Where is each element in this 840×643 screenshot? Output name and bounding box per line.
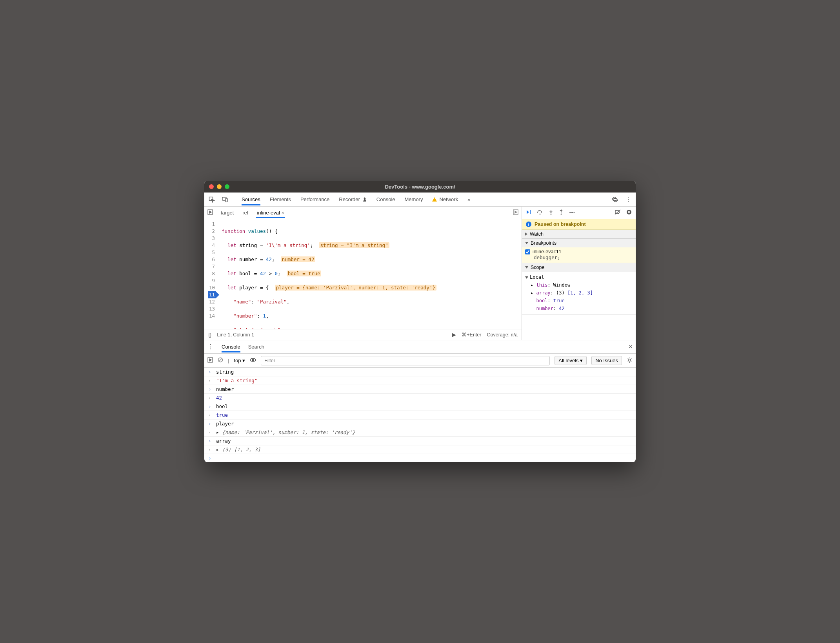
scope-var[interactable]: number: 42 xyxy=(531,305,633,312)
paused-banner: i Paused on breakpoint xyxy=(522,219,636,230)
step-out-icon[interactable] xyxy=(559,209,564,216)
svg-point-10 xyxy=(627,210,631,214)
tab-sources[interactable]: Sources xyxy=(242,193,260,205)
console-log[interactable]: ›string ‹"I'm a string" ›number ‹42 ›boo… xyxy=(204,368,636,462)
tab-recorder[interactable]: Recorder xyxy=(339,193,367,205)
context-selector[interactable]: top ▾ xyxy=(234,358,245,363)
svg-rect-11 xyxy=(628,211,629,213)
device-toggle-icon[interactable] xyxy=(222,196,229,203)
drawer-menu-icon[interactable]: ⋮ xyxy=(207,343,214,351)
pretty-print-icon[interactable]: {} xyxy=(208,332,211,338)
close-tab-icon[interactable]: × xyxy=(282,210,285,216)
tab-performance[interactable]: Performance xyxy=(300,193,329,205)
breakpoint-location[interactable]: inline-eval:11 xyxy=(533,249,562,254)
output-chevron-icon: ‹ xyxy=(208,378,213,383)
run-hint: ⌘+Enter xyxy=(462,332,481,338)
coverage-indicator[interactable]: Coverage: n/a xyxy=(487,332,518,338)
source-file-tabs: target ref inline-eval × xyxy=(204,207,522,219)
svg-point-9 xyxy=(574,212,575,213)
prompt-chevron-icon: › xyxy=(208,455,213,461)
inline-eval-badge: string = "I'm a string" xyxy=(319,242,389,248)
editor-statusbar: {} Line 1, Column 1 ▶ ⌘+Enter Coverage: … xyxy=(204,329,522,340)
code-source: function values() { let string = 'I\'m a… xyxy=(219,219,522,329)
devtools-window: DevTools - www.google.com/ Sources Eleme… xyxy=(204,181,636,462)
file-run-icon[interactable] xyxy=(513,209,518,216)
svg-point-8 xyxy=(561,214,562,215)
select-element-icon[interactable] xyxy=(208,196,215,203)
toggle-sidebar-icon[interactable] xyxy=(207,357,213,364)
tab-network[interactable]: Network xyxy=(432,193,458,205)
svg-point-16 xyxy=(252,359,254,361)
mac-titlebar: DevTools - www.google.com/ xyxy=(204,181,636,193)
inline-eval-badge: bool = true xyxy=(287,271,322,276)
breakpoint-marker[interactable]: 11 xyxy=(208,291,216,298)
scope-var[interactable]: ▸ array: (3) [1, 2, 3] xyxy=(531,289,633,297)
line-gutter[interactable]: 1234567891011121314 xyxy=(204,219,219,329)
inline-eval-badge: player = {name: 'Parzival', number: 1, s… xyxy=(275,285,436,291)
live-expression-icon[interactable] xyxy=(250,358,256,363)
scope-var[interactable]: ▸ this: Window xyxy=(531,281,633,289)
breakpoint-code: debugger; xyxy=(525,254,633,260)
more-menu-icon[interactable]: ⋮ xyxy=(625,196,632,203)
issues-button[interactable]: No Issues xyxy=(591,356,622,365)
step-icon[interactable] xyxy=(569,210,575,216)
console-toolbar: | top ▾ All levels ▾ No Issues xyxy=(204,354,636,368)
window-title: DevTools - www.google.com/ xyxy=(204,184,636,190)
console-prompt[interactable] xyxy=(216,455,632,461)
input-chevron-icon: › xyxy=(208,369,213,375)
step-over-icon[interactable] xyxy=(537,210,543,216)
svg-rect-12 xyxy=(629,211,630,213)
run-icon[interactable]: ▶ xyxy=(452,332,456,338)
pause-exceptions-icon[interactable] xyxy=(626,209,632,216)
svg-rect-2 xyxy=(225,198,227,202)
svg-point-7 xyxy=(551,214,552,215)
debugger-toolbar xyxy=(522,207,636,219)
code-editor[interactable]: 1234567891011121314 function values() { … xyxy=(204,219,522,329)
scope-section[interactable]: Scope xyxy=(522,263,636,272)
devtools-tabbar: Sources Elements Performance Recorder Co… xyxy=(204,193,636,207)
svg-point-6 xyxy=(540,214,541,215)
scope-var[interactable]: bool: true xyxy=(531,297,633,305)
clear-console-icon[interactable] xyxy=(218,357,223,364)
console-settings-gear-icon[interactable] xyxy=(627,357,633,364)
tab-memory[interactable]: Memory xyxy=(405,193,423,205)
info-icon: i xyxy=(526,222,531,227)
warning-icon xyxy=(432,197,437,202)
file-tab-ref[interactable]: ref xyxy=(242,207,249,218)
file-tab-inline-eval[interactable]: inline-eval × xyxy=(256,207,285,218)
file-tab-target[interactable]: target xyxy=(220,207,235,218)
console-filter-input[interactable] xyxy=(261,356,550,365)
debugger-sidebar: i Paused on breakpoint Watch Breakpoints… xyxy=(522,207,636,340)
drawer-tab-search[interactable]: Search xyxy=(248,341,264,352)
svg-rect-5 xyxy=(530,210,531,214)
cursor-position: Line 1, Column 1 xyxy=(217,332,254,338)
drawer-tabs: ⋮ Console Search × xyxy=(204,340,636,354)
watch-section[interactable]: Watch xyxy=(522,230,636,238)
settings-gear-icon[interactable] xyxy=(611,196,618,203)
log-levels-selector[interactable]: All levels ▾ xyxy=(555,356,587,365)
tab-overflow[interactable]: » xyxy=(467,193,470,205)
inline-eval-badge: number = 42 xyxy=(281,256,316,262)
drawer-tab-console[interactable]: Console xyxy=(222,341,240,352)
run-snippet-icon[interactable] xyxy=(207,209,213,216)
breakpoints-section[interactable]: Breakpoints xyxy=(522,239,636,247)
step-into-icon[interactable] xyxy=(549,209,553,216)
deactivate-breakpoints-icon[interactable] xyxy=(615,209,621,216)
close-drawer-icon[interactable]: × xyxy=(628,343,633,351)
tab-elements[interactable]: Elements xyxy=(270,193,291,205)
scope-local[interactable]: Local xyxy=(525,273,633,281)
breakpoint-checkbox[interactable] xyxy=(525,249,530,254)
resume-icon[interactable] xyxy=(526,209,531,216)
tab-console[interactable]: Console xyxy=(376,193,395,205)
